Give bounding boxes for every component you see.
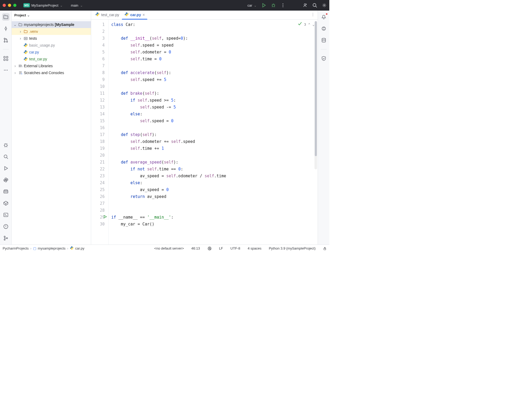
chevron-right-icon[interactable]: › [19,29,22,34]
close-tab-icon[interactable]: × [143,13,145,17]
project-tool-button[interactable] [2,13,10,21]
minimize-window-icon[interactable] [8,4,11,7]
check-icon [298,21,302,28]
tab-more-icon[interactable] [311,12,315,17]
svg-point-11 [324,5,325,6]
interpreter[interactable]: Python 3.9 (mySampleProject) [269,246,316,250]
search-icon[interactable] [312,3,317,8]
svg-point-32 [26,38,26,39]
branch-name: main [71,3,78,7]
prev-problem-icon[interactable]: ⌃ [308,21,310,28]
notification-dot-icon [326,13,327,15]
more-tools-icon[interactable] [2,66,10,74]
breadcrumb[interactable]: PycharmProjects › ▢ mysampleprojects › c… [3,246,84,251]
svg-point-27 [4,236,5,237]
tab-car[interactable]: car.py × [122,11,148,19]
tree-label: External Libraries [24,64,53,68]
svg-point-22 [7,70,8,70]
run-tool-button[interactable] [2,165,10,172]
run-gutter-icon[interactable] [103,214,107,221]
inspection-widget[interactable]: 3 ⌃ ⌄ [298,21,314,28]
vcs-tool-button[interactable] [2,234,10,242]
python-console-button[interactable] [2,176,10,184]
svg-rect-17 [4,59,5,61]
code-with-me-icon[interactable] [303,3,308,8]
library-icon [18,64,23,68]
python-packages-button[interactable] [2,188,10,195]
tree-root[interactable]: ⌄ mysampleprojects [MySample [12,21,91,28]
svg-rect-41 [324,248,326,250]
tree-item-tests[interactable]: › tests [12,35,91,42]
python-file-icon [70,246,74,251]
settings-icon[interactable] [322,3,327,8]
shield-icon[interactable] [320,55,327,62]
tab-label: test_car.py [101,13,119,17]
line-ending[interactable]: LF [219,246,223,250]
python-file-icon [95,12,100,17]
run-config-selector[interactable]: car ⌄ [246,3,257,7]
chevron-right-icon: › [67,246,68,250]
svg-rect-30 [24,37,27,40]
more-actions-icon[interactable] [281,3,285,8]
chevron-right-icon[interactable]: › [19,36,22,40]
svg-point-40 [209,248,210,249]
svg-point-15 [6,41,7,42]
tab-test-car[interactable]: test_car.py [93,11,122,19]
pull-requests-tool-button[interactable] [2,37,10,44]
debug-button[interactable] [271,3,276,8]
problems-tool-button[interactable] [2,223,10,230]
run-button[interactable] [261,3,266,8]
tree-file-car[interactable]: car.py [12,49,91,56]
svg-point-8 [283,6,283,7]
gutter[interactable]: 1234567891011121314151617181920212223242… [91,20,109,245]
code-content[interactable]: 3 ⌃ ⌄ class Car: def __init__(self, spee… [109,20,318,245]
chevron-right-icon[interactable]: › [13,64,17,68]
svg-rect-16 [4,56,5,58]
chevron-down-icon: ⌄ [60,3,63,7]
encoding[interactable]: UTF-8 [230,246,240,250]
scratches-icon [18,71,23,75]
svg-point-33 [21,74,22,74]
svg-point-37 [322,27,325,30]
crumb[interactable]: mysampleprojects [38,246,66,250]
chevron-down-icon[interactable]: ⌄ [13,22,17,27]
tree-file-test[interactable]: test_car.py [12,56,91,62]
vcs-branch[interactable]: main ⌄ [69,3,83,7]
find-tool-button[interactable] [2,153,10,160]
crumb[interactable]: PycharmProjects [3,246,29,250]
at-icon[interactable] [207,246,212,251]
tree-label: Scratches and Consoles [24,71,64,75]
tree-label: .venv [29,29,38,34]
ai-assistant-button[interactable] [320,25,327,32]
scrollbar[interactable] [314,21,317,169]
svg-point-31 [25,38,25,39]
run-config-name: car [247,3,252,7]
project-selector[interactable]: MS MySampleProject ⌄ [21,2,65,8]
database-tool-button[interactable] [320,37,327,44]
chevron-right-icon[interactable]: › [13,71,17,75]
project-panel-header[interactable]: Project ⌄ [12,11,91,20]
deployment-status[interactable]: <no default server> [154,246,184,250]
crumb[interactable]: car.py [75,246,85,250]
debug-tool-button[interactable] [2,141,10,149]
services-tool-button[interactable] [2,200,10,207]
terminal-tool-button[interactable] [2,211,10,219]
chevron-right-icon: › [30,246,31,250]
tree-file-basic[interactable]: basic_usage.py [12,42,91,49]
tree-item-venv[interactable]: › .venv [12,28,91,35]
caret-position[interactable]: 46:13 [191,246,200,250]
close-window-icon[interactable] [3,4,6,7]
tree-item-external[interactable]: › External Libraries [12,62,91,69]
next-problem-icon[interactable]: ⌄ [312,21,314,28]
tab-label: car.py [130,13,141,17]
maximize-window-icon[interactable] [13,4,16,7]
python-file-icon [23,50,28,54]
indent[interactable]: 4 spaces [248,246,261,250]
commit-tool-button[interactable] [2,25,10,32]
svg-point-5 [272,4,274,7]
code-editor[interactable]: 1234567891011121314151617181920212223242… [91,20,318,245]
editor-tabs: test_car.py car.py × [91,11,318,20]
tree-item-scratches[interactable]: › Scratches and Consoles [12,69,91,76]
structure-tool-button[interactable] [2,55,10,62]
lock-icon[interactable] [323,247,327,250]
